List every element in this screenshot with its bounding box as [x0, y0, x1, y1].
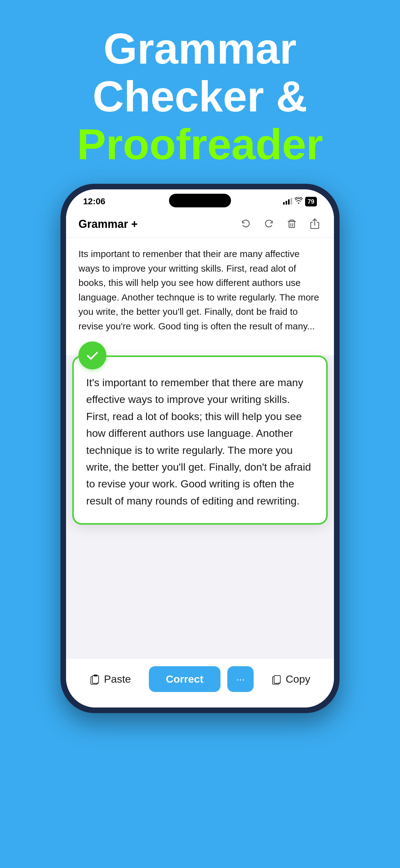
app-title: Grammar + [78, 218, 239, 231]
undo-button[interactable] [239, 217, 253, 231]
dynamic-island [169, 194, 231, 207]
more-label: ··· [236, 673, 245, 685]
redo-button[interactable] [262, 217, 276, 231]
phone-mockup: 12:06 [61, 184, 339, 713]
header-section: Grammar Checker & Proofreader [0, 0, 400, 184]
header-line2: Checker & [19, 73, 381, 120]
paste-label: Paste [104, 673, 131, 685]
phone-screen: 12:06 [66, 189, 334, 708]
bottom-toolbar: Paste Correct ··· Copy [66, 658, 334, 708]
copy-button[interactable]: Copy [261, 666, 321, 692]
delete-button[interactable] [285, 217, 299, 231]
original-text-area[interactable]: Its important to remenber that their are… [66, 238, 334, 355]
share-button[interactable] [308, 217, 322, 231]
svg-rect-6 [274, 676, 280, 683]
toolbar-icons [239, 217, 322, 231]
header-line1: Grammar [19, 25, 381, 73]
more-button[interactable]: ··· [227, 666, 253, 692]
bottom-area [66, 534, 334, 658]
correction-overlay: It's important to remember that there ar… [72, 355, 328, 525]
battery-icon: 79 [305, 197, 317, 207]
corrected-card: It's important to remember that there ar… [72, 355, 328, 525]
correct-button[interactable]: Correct [149, 666, 221, 692]
svg-rect-5 [94, 675, 97, 677]
svg-rect-0 [289, 221, 295, 227]
checkmark-circle [78, 341, 106, 369]
original-text: Its important to remenber that their are… [78, 247, 322, 333]
status-icons: 79 [283, 197, 317, 207]
corrected-text: It's important to remember that there ar… [86, 374, 314, 509]
paste-button[interactable]: Paste [79, 666, 142, 692]
status-time: 12:06 [83, 196, 105, 207]
signal-bars-icon [283, 198, 292, 205]
copy-label: Copy [286, 673, 310, 685]
wifi-icon [295, 197, 303, 206]
svg-rect-4 [92, 676, 99, 683]
correct-label: Correct [166, 673, 203, 685]
status-bar: 12:06 [66, 189, 334, 211]
header-line3: Proofreader [19, 120, 381, 168]
phone-frame: 12:06 [61, 184, 339, 713]
app-toolbar: Grammar + [66, 211, 334, 238]
